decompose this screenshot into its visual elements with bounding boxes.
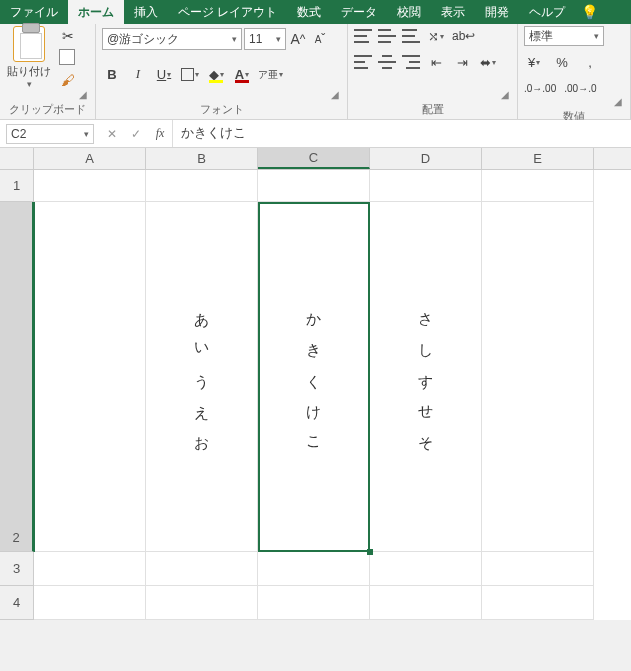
decrease-decimal-icon: .00→.0 xyxy=(564,83,596,94)
tab-formulas[interactable]: 数式 xyxy=(287,0,331,24)
fill-color-button[interactable]: ◆▾ xyxy=(206,64,226,84)
percent-button[interactable]: % xyxy=(552,52,572,72)
cancel-button[interactable]: ✕ xyxy=(100,127,124,141)
wrap-text-button[interactable]: ab↩ xyxy=(452,26,475,46)
increase-indent-button[interactable]: ⇥ xyxy=(452,52,472,72)
orientation-icon: ⤭ xyxy=(428,29,439,44)
col-header-A[interactable]: A xyxy=(34,148,146,169)
cell-B1[interactable] xyxy=(146,170,258,202)
cell-B2[interactable]: あいうえお xyxy=(146,202,258,552)
tab-file[interactable]: ファイル xyxy=(0,0,68,24)
cell-D2[interactable]: さしすせそ xyxy=(370,202,482,552)
row-header-4[interactable]: 4 xyxy=(0,586,34,620)
align-top-button[interactable] xyxy=(354,29,372,43)
col-header-D[interactable]: D xyxy=(370,148,482,169)
spreadsheet-grid: A B C D E 1 2 3 4 あいうえお かきくけこ xyxy=(0,148,631,620)
fill-handle[interactable] xyxy=(367,549,373,555)
cell-E1[interactable] xyxy=(482,170,594,202)
font-color-button[interactable]: A▾ xyxy=(232,64,252,84)
align-middle-button[interactable] xyxy=(378,29,396,43)
row-header-3[interactable]: 3 xyxy=(0,552,34,586)
align-left-button[interactable] xyxy=(354,55,372,69)
cell-C2[interactable]: かきくけこ xyxy=(258,202,370,552)
scissors-icon: ✂ xyxy=(62,28,74,44)
italic-button[interactable]: I xyxy=(128,64,148,84)
wrap-icon: ab↩ xyxy=(452,29,475,43)
font-name-combo[interactable]: @游ゴシック ▾ xyxy=(102,28,242,50)
alignment-dialog-launcher[interactable]: ◢ xyxy=(354,89,511,100)
tab-help[interactable]: ヘルプ xyxy=(519,0,575,24)
tab-page-layout[interactable]: ページ レイアウト xyxy=(168,0,287,24)
align-bottom-button[interactable] xyxy=(402,29,420,43)
increase-decimal-button[interactable]: .0→.00 xyxy=(524,78,556,98)
col-header-B[interactable]: B xyxy=(146,148,258,169)
font-name-value: @游ゴシック xyxy=(107,31,179,48)
align-center-button[interactable] xyxy=(378,55,396,69)
alignment-group-label: 配置 xyxy=(354,100,511,119)
formula-bar: C2 ▾ ✕ ✓ fx かきくけこ xyxy=(0,120,631,148)
chevron-down-icon: ▾ xyxy=(84,129,89,139)
paste-button[interactable]: 貼り付け ▾ xyxy=(6,26,52,89)
cells-area[interactable]: あいうえお かきくけこ さしすせそ xyxy=(34,170,594,620)
align-right-button[interactable] xyxy=(402,55,420,69)
chevron-down-icon: ▾ xyxy=(27,79,32,89)
cut-button[interactable]: ✂ xyxy=(58,26,78,46)
shrink-font-icon: A xyxy=(315,34,322,45)
tab-review[interactable]: 校閲 xyxy=(387,0,431,24)
col-header-E[interactable]: E xyxy=(482,148,594,169)
cell-E3[interactable] xyxy=(482,552,594,586)
number-format-combo[interactable]: 標準 ▾ xyxy=(524,26,604,46)
cell-D4[interactable] xyxy=(370,586,482,620)
border-icon xyxy=(181,68,194,81)
format-painter-button[interactable]: 🖌 xyxy=(58,70,78,90)
brush-icon: 🖌 xyxy=(61,72,75,88)
cell-A1[interactable] xyxy=(34,170,146,202)
decrease-indent-button[interactable]: ⇤ xyxy=(426,52,446,72)
tell-me[interactable]: 💡 xyxy=(575,0,604,24)
cell-C4[interactable] xyxy=(258,586,370,620)
cell-B4[interactable] xyxy=(146,586,258,620)
cell-D1[interactable] xyxy=(370,170,482,202)
cell-D3[interactable] xyxy=(370,552,482,586)
indent-icon: ⇥ xyxy=(457,55,468,70)
row-header-2[interactable]: 2 xyxy=(0,202,34,552)
cell-C1[interactable] xyxy=(258,170,370,202)
phonetic-button[interactable]: ア亜▾ xyxy=(258,64,283,84)
clipboard-dialog-launcher[interactable]: ◢ xyxy=(6,89,89,100)
cell-B3[interactable] xyxy=(146,552,258,586)
borders-button[interactable]: ▾ xyxy=(180,64,200,84)
copy-button[interactable] xyxy=(58,48,78,68)
row-header-1[interactable]: 1 xyxy=(0,170,34,202)
font-size-combo[interactable]: 11 ▾ xyxy=(244,28,286,50)
enter-button[interactable]: ✓ xyxy=(124,127,148,141)
merge-center-button[interactable]: ⬌▾ xyxy=(478,52,498,72)
font-dialog-launcher[interactable]: ◢ xyxy=(102,89,341,100)
shrink-font-button[interactable]: Aˇ xyxy=(310,29,330,49)
tab-insert[interactable]: 挿入 xyxy=(124,0,168,24)
col-header-C[interactable]: C xyxy=(258,148,370,169)
tab-home[interactable]: ホーム xyxy=(68,0,124,24)
cell-A2[interactable] xyxy=(34,202,146,552)
tab-view[interactable]: 表示 xyxy=(431,0,475,24)
formula-input[interactable]: かきくけこ xyxy=(172,120,631,147)
select-all-corner[interactable] xyxy=(0,148,34,169)
insert-function-button[interactable]: fx xyxy=(148,126,172,141)
grow-font-button[interactable]: A^ xyxy=(288,29,308,49)
cell-C3[interactable] xyxy=(258,552,370,586)
accounting-format-button[interactable]: ¥▾ xyxy=(524,52,544,72)
ribbon-tabs: ファイル ホーム 挿入 ページ レイアウト 数式 データ 校閲 表示 開発 ヘル… xyxy=(0,0,631,24)
name-box-value: C2 xyxy=(11,127,26,141)
cell-A4[interactable] xyxy=(34,586,146,620)
comma-style-button[interactable]: , xyxy=(580,52,600,72)
bold-button[interactable]: B xyxy=(102,64,122,84)
tab-developer[interactable]: 開発 xyxy=(475,0,519,24)
cell-A3[interactable] xyxy=(34,552,146,586)
tab-data[interactable]: データ xyxy=(331,0,387,24)
cell-E4[interactable] xyxy=(482,586,594,620)
cell-E2[interactable] xyxy=(482,202,594,552)
name-box[interactable]: C2 ▾ xyxy=(6,124,94,144)
decrease-decimal-button[interactable]: .00→.0 xyxy=(564,78,596,98)
phonetic-icon: ア亜 xyxy=(258,70,278,79)
underline-button[interactable]: U▾ xyxy=(154,64,174,84)
orientation-button[interactable]: ⤭▾ xyxy=(426,26,446,46)
